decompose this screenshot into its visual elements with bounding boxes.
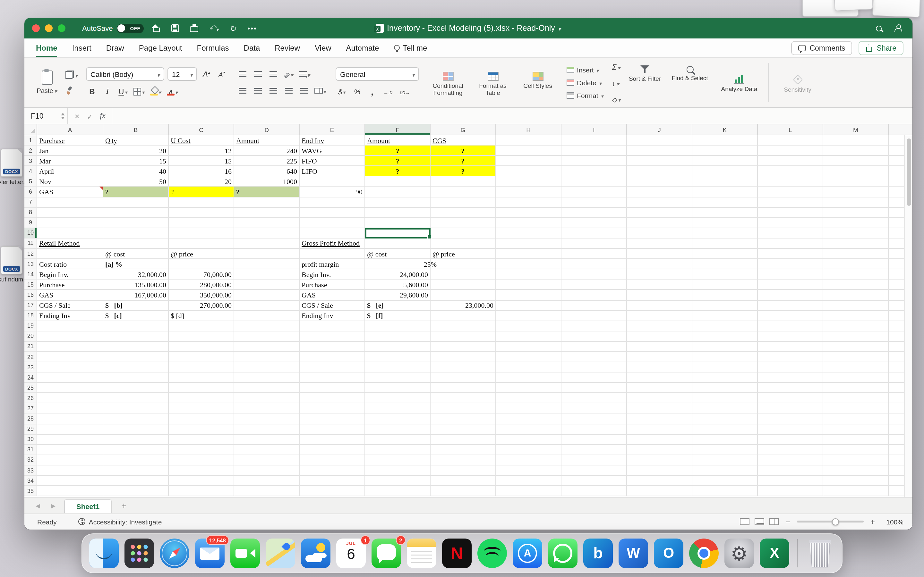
cell-M26[interactable] — [823, 393, 889, 404]
cell-A3[interactable]: Mar — [37, 156, 103, 166]
sheet-tab-sheet1[interactable]: Sheet1 — [64, 499, 111, 513]
cell-F25[interactable] — [365, 383, 431, 393]
cell-G14[interactable] — [431, 269, 496, 279]
cell-B31[interactable] — [103, 445, 169, 455]
cell-L31[interactable] — [758, 445, 823, 455]
cell-I10[interactable] — [561, 228, 627, 239]
fill-button[interactable] — [612, 77, 620, 87]
cell-M32[interactable] — [823, 455, 889, 466]
cell-I6[interactable] — [561, 187, 627, 197]
column-header-B[interactable]: B — [103, 124, 169, 135]
cell-C15[interactable]: 280,000.00 — [169, 280, 234, 290]
cell-B8[interactable] — [103, 207, 169, 218]
column-header-M[interactable]: M — [823, 124, 889, 135]
cell-L3[interactable] — [758, 156, 823, 166]
cell-E27[interactable] — [300, 404, 365, 414]
cell-G11[interactable] — [431, 239, 496, 249]
cell-M35[interactable] — [823, 486, 889, 496]
ribbon-tab-insert[interactable]: Insert — [72, 39, 91, 57]
cell-I20[interactable] — [561, 332, 627, 342]
cell-M28[interactable] — [823, 414, 889, 424]
row-header-24[interactable]: 24 — [24, 372, 37, 383]
comma-style-button[interactable] — [367, 85, 379, 97]
cell-G9[interactable] — [431, 218, 496, 228]
clear-button[interactable] — [612, 93, 620, 103]
percent-style-button[interactable] — [351, 85, 363, 97]
dock-outlook-icon[interactable]: O — [654, 538, 683, 568]
cell-C6[interactable]: ? — [169, 187, 234, 197]
cell-M33[interactable] — [823, 466, 889, 476]
cell-G22[interactable] — [431, 352, 496, 362]
cell-C23[interactable] — [169, 362, 234, 372]
cell-J3[interactable] — [627, 156, 692, 166]
cell-K22[interactable] — [692, 352, 758, 362]
cell-F28[interactable] — [365, 414, 431, 424]
cell-I30[interactable] — [561, 434, 627, 445]
row-header-20[interactable]: 20 — [24, 332, 37, 342]
cell-M19[interactable] — [823, 321, 889, 331]
cell-D7[interactable] — [234, 197, 300, 207]
row-header-2[interactable]: 2 — [24, 145, 37, 156]
cell-K8[interactable] — [692, 207, 758, 218]
decrease-font-button[interactable] — [216, 68, 228, 80]
cell-L8[interactable] — [758, 207, 823, 218]
cell-J19[interactable] — [627, 321, 692, 331]
row-header-1[interactable]: 1 — [24, 135, 37, 145]
dock-excel-icon[interactable]: X — [760, 538, 789, 568]
cell-K24[interactable] — [692, 372, 758, 383]
cell-B28[interactable] — [103, 414, 169, 424]
fill-color-button[interactable] — [149, 85, 162, 97]
cell-E11[interactable]: Gross Profit Method — [300, 239, 365, 249]
cell-A17[interactable]: CGS / Sale — [37, 300, 103, 311]
cell-A5[interactable]: Nov — [37, 177, 103, 187]
row-header-5[interactable]: 5 — [24, 177, 37, 187]
dock-bing-icon[interactable]: b — [583, 538, 613, 568]
cell-L28[interactable] — [758, 414, 823, 424]
cell-G17[interactable]: 23,000.00 — [431, 300, 496, 311]
cell-F34[interactable] — [365, 476, 431, 486]
sensitivity-button[interactable]: Sensitivity — [777, 71, 818, 93]
dock-maps-icon[interactable] — [266, 538, 295, 568]
zoom-in-button[interactable] — [869, 517, 877, 526]
copy-button[interactable] — [65, 69, 78, 79]
cell-F32[interactable] — [365, 455, 431, 466]
cell-M5[interactable] — [823, 177, 889, 187]
cell-A28[interactable] — [37, 414, 103, 424]
redo-button[interactable] — [226, 21, 240, 35]
accounting-format-button[interactable] — [336, 85, 348, 97]
cell-C4[interactable]: 16 — [169, 166, 234, 177]
cell-M20[interactable] — [823, 332, 889, 342]
cell-J8[interactable] — [627, 207, 692, 218]
cell-B5[interactable]: 50 — [103, 177, 169, 187]
cell-H12[interactable] — [496, 249, 561, 259]
cell-F13[interactable]: 25% — [365, 259, 431, 269]
paste-button[interactable]: Paste — [32, 62, 61, 103]
cell-F21[interactable] — [365, 342, 431, 352]
cell-I34[interactable] — [561, 476, 627, 486]
cell-C13[interactable] — [169, 259, 234, 269]
cell-E30[interactable] — [300, 434, 365, 445]
cell-styles-button[interactable]: Cell Styles — [517, 69, 558, 97]
cell-H10[interactable] — [496, 228, 561, 239]
cell-J5[interactable] — [627, 177, 692, 187]
cell-M25[interactable] — [823, 383, 889, 393]
cell-G20[interactable] — [431, 332, 496, 342]
cell-A25[interactable] — [37, 383, 103, 393]
cell-B33[interactable] — [103, 466, 169, 476]
cell-E25[interactable] — [300, 383, 365, 393]
cell-G18[interactable] — [431, 311, 496, 321]
cell-H23[interactable] — [496, 362, 561, 372]
cell-A15[interactable]: Purchase — [37, 280, 103, 290]
row-header-18[interactable]: 18 — [24, 311, 37, 321]
cell-C20[interactable] — [169, 332, 234, 342]
cell-E14[interactable]: Begin Inv. — [300, 269, 365, 279]
cell-B6[interactable]: ? — [103, 187, 169, 197]
cell-D22[interactable] — [234, 352, 300, 362]
cell-H31[interactable] — [496, 445, 561, 455]
cell-I13[interactable] — [561, 259, 627, 269]
cell-A4[interactable]: April — [37, 166, 103, 177]
cell-L34[interactable] — [758, 476, 823, 486]
cell-B7[interactable] — [103, 197, 169, 207]
cell-D21[interactable] — [234, 342, 300, 352]
cell-M29[interactable] — [823, 424, 889, 434]
